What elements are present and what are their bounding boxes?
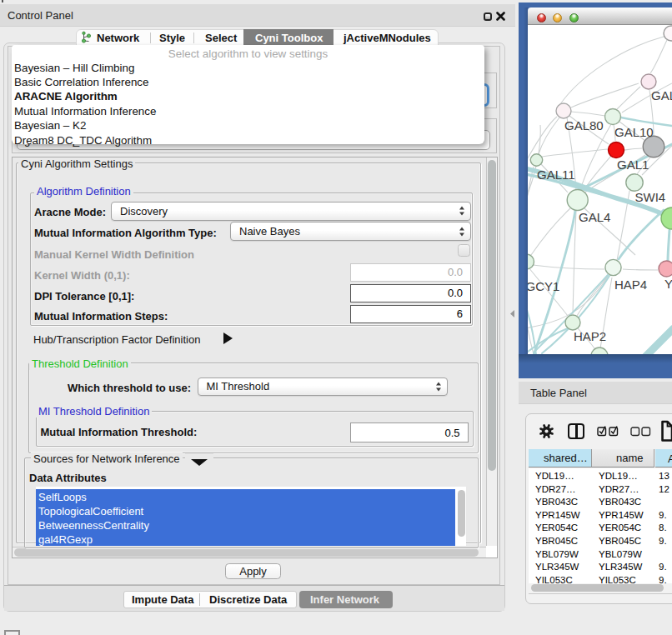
svg-text:HAP4: HAP4 xyxy=(614,278,647,292)
svg-text:SWI4: SWI4 xyxy=(635,190,666,204)
svg-text:GCY1: GCY1 xyxy=(528,279,559,293)
svg-text:GAL1: GAL1 xyxy=(617,158,649,172)
svg-text:GAL80: GAL80 xyxy=(564,118,604,132)
svg-text:GAL7: GAL7 xyxy=(651,88,672,102)
svg-text:GAL4: GAL4 xyxy=(579,210,610,224)
svg-text:GAL10: GAL10 xyxy=(614,125,654,139)
svg-text:HAP2: HAP2 xyxy=(574,329,606,343)
svg-text:Y: Y xyxy=(664,277,672,291)
svg-text:GAL11: GAL11 xyxy=(537,168,575,182)
